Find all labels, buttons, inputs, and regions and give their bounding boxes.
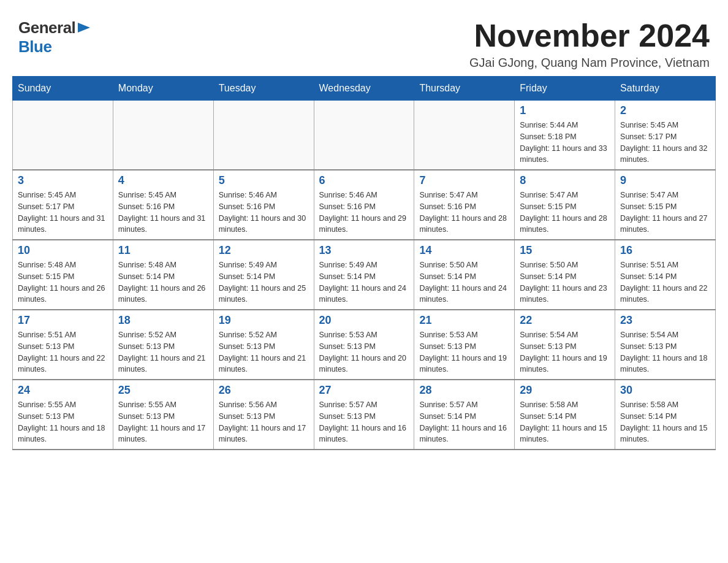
day-info: Sunrise: 5:45 AM Sunset: 5:16 PM Dayligh… (118, 190, 208, 236)
header-monday: Monday (113, 77, 213, 101)
calendar-cell: 19Sunrise: 5:52 AM Sunset: 5:13 PM Dayli… (213, 310, 314, 380)
day-info: Sunrise: 5:50 AM Sunset: 5:14 PM Dayligh… (419, 259, 509, 305)
calendar-cell: 8Sunrise: 5:47 AM Sunset: 5:15 PM Daylig… (515, 170, 615, 240)
calendar-week-3: 10Sunrise: 5:48 AM Sunset: 5:15 PM Dayli… (13, 240, 716, 310)
calendar-cell: 24Sunrise: 5:55 AM Sunset: 5:13 PM Dayli… (13, 380, 113, 450)
calendar-cell: 7Sunrise: 5:47 AM Sunset: 5:16 PM Daylig… (414, 170, 515, 240)
calendar-cell: 13Sunrise: 5:49 AM Sunset: 5:14 PM Dayli… (314, 240, 414, 310)
day-info: Sunrise: 5:55 AM Sunset: 5:13 PM Dayligh… (118, 399, 208, 445)
header-friday: Friday (515, 77, 615, 101)
day-info: Sunrise: 5:50 AM Sunset: 5:14 PM Dayligh… (520, 259, 610, 305)
day-number: 25 (118, 384, 208, 397)
day-number: 28 (419, 384, 509, 397)
day-info: Sunrise: 5:46 AM Sunset: 5:16 PM Dayligh… (319, 190, 409, 236)
day-info: Sunrise: 5:49 AM Sunset: 5:14 PM Dayligh… (319, 259, 409, 305)
calendar-week-1: 1Sunrise: 5:44 AM Sunset: 5:18 PM Daylig… (13, 101, 716, 170)
calendar-table: Sunday Monday Tuesday Wednesday Thursday… (12, 76, 716, 450)
day-number: 14 (419, 244, 509, 257)
calendar-cell: 1Sunrise: 5:44 AM Sunset: 5:18 PM Daylig… (515, 101, 615, 170)
calendar-cell: 20Sunrise: 5:53 AM Sunset: 5:13 PM Dayli… (314, 310, 414, 380)
header-sunday: Sunday (13, 77, 113, 101)
day-info: Sunrise: 5:49 AM Sunset: 5:14 PM Dayligh… (219, 259, 309, 305)
calendar-cell: 9Sunrise: 5:47 AM Sunset: 5:15 PM Daylig… (615, 170, 716, 240)
calendar-week-4: 17Sunrise: 5:51 AM Sunset: 5:13 PM Dayli… (13, 310, 716, 380)
calendar-header-row: Sunday Monday Tuesday Wednesday Thursday… (13, 77, 716, 101)
day-info: Sunrise: 5:53 AM Sunset: 5:13 PM Dayligh… (419, 329, 509, 375)
day-info: Sunrise: 5:46 AM Sunset: 5:16 PM Dayligh… (219, 190, 309, 236)
page-header: General Blue November 2024 GJai GJong, Q… (12, 12, 716, 70)
header-saturday: Saturday (615, 77, 716, 101)
title-section: November 2024 GJai GJong, Quang Nam Prov… (469, 18, 710, 70)
day-info: Sunrise: 5:48 AM Sunset: 5:14 PM Dayligh… (118, 259, 208, 305)
day-info: Sunrise: 5:45 AM Sunset: 5:17 PM Dayligh… (18, 190, 108, 236)
header-wednesday: Wednesday (314, 77, 414, 101)
calendar-cell (113, 101, 213, 170)
calendar-cell: 12Sunrise: 5:49 AM Sunset: 5:14 PM Dayli… (213, 240, 314, 310)
day-info: Sunrise: 5:57 AM Sunset: 5:14 PM Dayligh… (419, 399, 509, 445)
calendar-cell (414, 101, 515, 170)
day-info: Sunrise: 5:52 AM Sunset: 5:13 PM Dayligh… (118, 329, 208, 375)
calendar-cell: 18Sunrise: 5:52 AM Sunset: 5:13 PM Dayli… (113, 310, 213, 380)
day-number: 10 (18, 244, 108, 257)
day-number: 16 (620, 244, 710, 257)
day-number: 15 (520, 244, 610, 257)
calendar-cell: 5Sunrise: 5:46 AM Sunset: 5:16 PM Daylig… (213, 170, 314, 240)
day-info: Sunrise: 5:58 AM Sunset: 5:14 PM Dayligh… (520, 399, 610, 445)
calendar-cell (213, 101, 314, 170)
calendar-cell (13, 101, 113, 170)
calendar-cell: 10Sunrise: 5:48 AM Sunset: 5:15 PM Dayli… (13, 240, 113, 310)
day-number: 24 (18, 384, 108, 397)
day-number: 17 (18, 314, 108, 327)
calendar-cell: 16Sunrise: 5:51 AM Sunset: 5:14 PM Dayli… (615, 240, 716, 310)
day-number: 4 (118, 174, 208, 187)
day-number: 27 (319, 384, 409, 397)
day-info: Sunrise: 5:47 AM Sunset: 5:15 PM Dayligh… (520, 190, 610, 236)
day-number: 30 (620, 384, 710, 397)
calendar-cell: 30Sunrise: 5:58 AM Sunset: 5:14 PM Dayli… (615, 380, 716, 450)
calendar-cell: 15Sunrise: 5:50 AM Sunset: 5:14 PM Dayli… (515, 240, 615, 310)
calendar-cell: 25Sunrise: 5:55 AM Sunset: 5:13 PM Dayli… (113, 380, 213, 450)
day-number: 5 (219, 174, 309, 187)
calendar-cell: 11Sunrise: 5:48 AM Sunset: 5:14 PM Dayli… (113, 240, 213, 310)
day-number: 19 (219, 314, 309, 327)
day-number: 18 (118, 314, 208, 327)
day-info: Sunrise: 5:44 AM Sunset: 5:18 PM Dayligh… (520, 120, 610, 166)
day-number: 26 (219, 384, 309, 397)
day-info: Sunrise: 5:54 AM Sunset: 5:13 PM Dayligh… (520, 329, 610, 375)
day-number: 29 (520, 384, 610, 397)
day-info: Sunrise: 5:58 AM Sunset: 5:14 PM Dayligh… (620, 399, 710, 445)
day-number: 7 (419, 174, 509, 187)
day-number: 21 (419, 314, 509, 327)
header-thursday: Thursday (414, 77, 515, 101)
header-tuesday: Tuesday (213, 77, 314, 101)
logo-blue-text: Blue (18, 37, 51, 56)
day-info: Sunrise: 5:52 AM Sunset: 5:13 PM Dayligh… (219, 329, 309, 375)
logo: General Blue (18, 18, 90, 56)
logo-flag-icon (78, 23, 90, 35)
day-number: 6 (319, 174, 409, 187)
calendar-cell: 4Sunrise: 5:45 AM Sunset: 5:16 PM Daylig… (113, 170, 213, 240)
day-number: 2 (620, 104, 710, 117)
day-info: Sunrise: 5:51 AM Sunset: 5:13 PM Dayligh… (18, 329, 108, 375)
calendar-cell: 29Sunrise: 5:58 AM Sunset: 5:14 PM Dayli… (515, 380, 615, 450)
day-number: 8 (520, 174, 610, 187)
day-info: Sunrise: 5:45 AM Sunset: 5:17 PM Dayligh… (620, 120, 710, 166)
day-info: Sunrise: 5:47 AM Sunset: 5:15 PM Dayligh… (620, 190, 710, 236)
day-number: 23 (620, 314, 710, 327)
day-info: Sunrise: 5:51 AM Sunset: 5:14 PM Dayligh… (620, 259, 710, 305)
calendar-cell (314, 101, 414, 170)
calendar-cell: 22Sunrise: 5:54 AM Sunset: 5:13 PM Dayli… (515, 310, 615, 380)
day-number: 13 (319, 244, 409, 257)
day-info: Sunrise: 5:48 AM Sunset: 5:15 PM Dayligh… (18, 259, 108, 305)
calendar-cell: 21Sunrise: 5:53 AM Sunset: 5:13 PM Dayli… (414, 310, 515, 380)
day-number: 1 (520, 104, 610, 117)
day-info: Sunrise: 5:57 AM Sunset: 5:13 PM Dayligh… (319, 399, 409, 445)
location-text: GJai GJong, Quang Nam Province, Vietnam (469, 56, 710, 70)
calendar-cell: 17Sunrise: 5:51 AM Sunset: 5:13 PM Dayli… (13, 310, 113, 380)
month-title: November 2024 (469, 18, 710, 53)
calendar-cell: 28Sunrise: 5:57 AM Sunset: 5:14 PM Dayli… (414, 380, 515, 450)
day-number: 22 (520, 314, 610, 327)
day-number: 12 (219, 244, 309, 257)
calendar-cell: 3Sunrise: 5:45 AM Sunset: 5:17 PM Daylig… (13, 170, 113, 240)
day-number: 9 (620, 174, 710, 187)
